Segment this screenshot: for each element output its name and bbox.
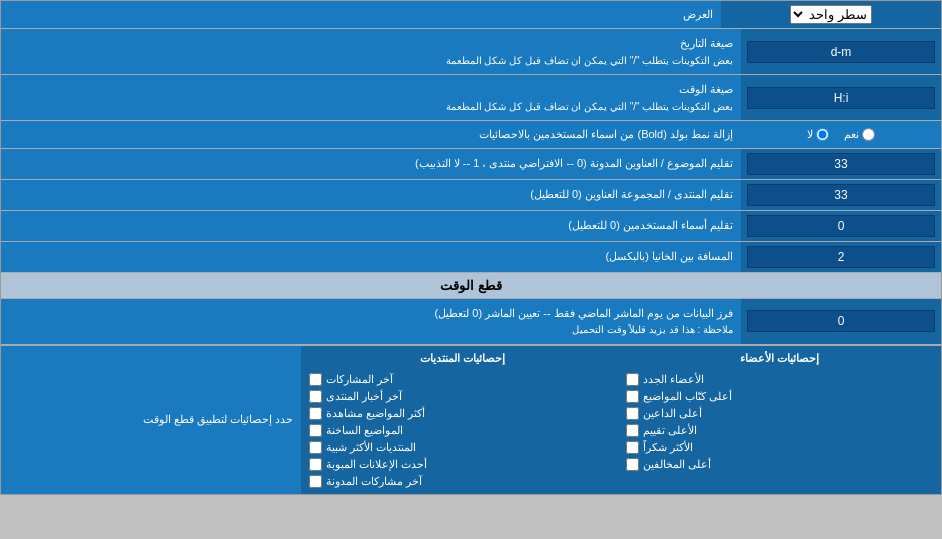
bold-remove-row: إزالة نمط بولد (Bold) من اسماء المستخدمي… bbox=[1, 121, 941, 149]
checkbox-col2-1[interactable] bbox=[626, 390, 639, 403]
cells-spacing-input-cell: 2 bbox=[741, 242, 941, 272]
checkbox-col1-0[interactable] bbox=[309, 373, 322, 386]
checkbox-col1-1[interactable] bbox=[309, 390, 322, 403]
list-item: المواضيع الساخنة bbox=[309, 424, 616, 437]
time-format-input[interactable]: H:i bbox=[747, 87, 935, 109]
list-item: الأعلى تقييم bbox=[626, 424, 933, 437]
checkbox-col1-3[interactable] bbox=[309, 424, 322, 437]
list-item: أحدث الإعلانات المبوبة bbox=[309, 458, 616, 471]
forum-trim-input[interactable]: 33 bbox=[747, 184, 935, 206]
time-cut-header: قطع الوقت bbox=[1, 273, 941, 299]
list-item: أكثر المواضيع مشاهدة bbox=[309, 407, 616, 420]
checkbox-col2-2[interactable] bbox=[626, 407, 639, 420]
topic-titles-row: تقليم الموضوع / العناوين المدونة (0 -- ا… bbox=[1, 149, 941, 180]
list-item: الأكثر شكراً bbox=[626, 441, 933, 454]
time-cut-input-cell: 0 bbox=[741, 299, 941, 344]
col1-header: إحصائيات المنتديات bbox=[309, 352, 616, 365]
list-item: أعلى المخالفين bbox=[626, 458, 933, 471]
bottom-area: حدد إحصائيات لتطبيق قطع الوقت إحصائيات ا… bbox=[1, 345, 941, 494]
user-trim-input-cell: 0 bbox=[741, 211, 941, 241]
checkbox-col2-4[interactable] bbox=[626, 441, 639, 454]
col1: إحصائيات المنتديات آخر المشاركات آخر أخب… bbox=[309, 352, 616, 488]
radio-yes[interactable] bbox=[862, 128, 875, 141]
topic-titles-input[interactable]: 33 bbox=[747, 153, 935, 175]
col2: إحصائيات الأعضاء الأعضاء الجدد أعلى كتّا… bbox=[626, 352, 933, 488]
stats-label-cell: حدد إحصائيات لتطبيق قطع الوقت bbox=[1, 346, 301, 494]
checkbox-col1-4[interactable] bbox=[309, 441, 322, 454]
bold-remove-label: إزالة نمط بولد (Bold) من اسماء المستخدمي… bbox=[1, 121, 741, 148]
user-trim-row: تقليم أسماء المستخدمين (0 للتعطيل) 0 bbox=[1, 211, 941, 242]
date-format-label: صيغة التاريخبعض التكوينات يتطلب "/" التي… bbox=[1, 29, 741, 74]
list-item: أعلى كتّاب المواضيع bbox=[626, 390, 933, 403]
checkboxes-area: إحصائيات المنتديات آخر المشاركات آخر أخب… bbox=[301, 346, 941, 494]
forum-trim-input-cell: 33 bbox=[741, 180, 941, 210]
bold-radio-cell: نعم لا bbox=[741, 121, 941, 148]
time-format-input-cell: H:i bbox=[741, 75, 941, 120]
checkbox-col1-2[interactable] bbox=[309, 407, 322, 420]
top-select[interactable]: سطر واحد سطران ثلاثة أسطر bbox=[790, 5, 872, 24]
top-select-cell: سطر واحد سطران ثلاثة أسطر bbox=[721, 1, 941, 28]
main-container: العرض سطر واحد سطران ثلاثة أسطر صيغة الت… bbox=[0, 0, 942, 495]
date-format-input[interactable]: d-m bbox=[747, 41, 935, 63]
time-cut-input[interactable]: 0 bbox=[747, 310, 935, 332]
date-format-input-cell: d-m bbox=[741, 29, 941, 74]
header-row: العرض سطر واحد سطران ثلاثة أسطر bbox=[1, 1, 941, 29]
date-format-row: صيغة التاريخبعض التكوينات يتطلب "/" التي… bbox=[1, 29, 941, 75]
checkbox-col1-6[interactable] bbox=[309, 475, 322, 488]
radio-no[interactable] bbox=[816, 128, 829, 141]
checkbox-col2-3[interactable] bbox=[626, 424, 639, 437]
user-trim-label: تقليم أسماء المستخدمين (0 للتعطيل) bbox=[1, 211, 741, 241]
list-item: آخر أخبار المنتدى bbox=[309, 390, 616, 403]
header-label: العرض bbox=[1, 1, 721, 28]
checkbox-col2-0[interactable] bbox=[626, 373, 639, 386]
time-cut-label: فرز البيانات من يوم الماشر الماضي فقط --… bbox=[1, 299, 741, 344]
forum-trim-row: تقليم المنتدى / المجموعة العناوين (0 للت… bbox=[1, 180, 941, 211]
radio-yes-item: نعم bbox=[844, 128, 875, 141]
checkbox-col1-5[interactable] bbox=[309, 458, 322, 471]
topic-titles-label: تقليم الموضوع / العناوين المدونة (0 -- ا… bbox=[1, 149, 741, 179]
list-item: آخر مشاركات المدونة bbox=[309, 475, 616, 488]
list-item: آخر المشاركات bbox=[309, 373, 616, 386]
user-trim-input[interactable]: 0 bbox=[747, 215, 935, 237]
time-cut-row: فرز البيانات من يوم الماشر الماضي فقط --… bbox=[1, 299, 941, 345]
cells-spacing-label: المسافة بين الخانيا (بالبكسل) bbox=[1, 242, 741, 272]
time-format-label: صيغة الوقتبعض التكوينات يتطلب "/" التي ي… bbox=[1, 75, 741, 120]
topic-titles-input-cell: 33 bbox=[741, 149, 941, 179]
forum-trim-label: تقليم المنتدى / المجموعة العناوين (0 للت… bbox=[1, 180, 741, 210]
cells-spacing-input[interactable]: 2 bbox=[747, 246, 935, 268]
col2-header: إحصائيات الأعضاء bbox=[626, 352, 933, 365]
checkbox-col2-5[interactable] bbox=[626, 458, 639, 471]
list-item: المنتديات الأكثر شبية bbox=[309, 441, 616, 454]
cells-spacing-row: المسافة بين الخانيا (بالبكسل) 2 bbox=[1, 242, 941, 273]
radio-no-item: لا bbox=[807, 128, 829, 141]
time-format-row: صيغة الوقتبعض التكوينات يتطلب "/" التي ي… bbox=[1, 75, 941, 121]
list-item: الأعضاء الجدد bbox=[626, 373, 933, 386]
list-item: أعلى الداعين bbox=[626, 407, 933, 420]
